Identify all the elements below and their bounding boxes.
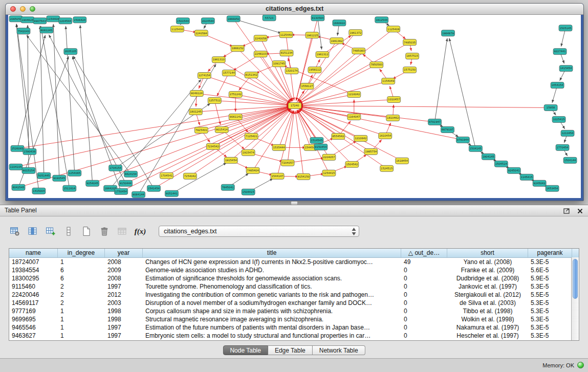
tab-edge-table[interactable]: Edge Table bbox=[268, 345, 313, 355]
tab-network-table[interactable]: Network Table bbox=[313, 345, 365, 355]
graph-node[interactable]: 7645041 bbox=[221, 184, 234, 190]
graph-node[interactable]: 1204544 bbox=[59, 18, 72, 24]
graph-node[interactable]: 2635105 bbox=[64, 49, 77, 55]
new-table-icon[interactable] bbox=[80, 225, 93, 238]
graph-node[interactable]: 7254042 bbox=[183, 173, 197, 179]
graph-node[interactable]: 1505145 bbox=[559, 25, 572, 31]
graph-node[interactable]: 1254415 bbox=[322, 170, 336, 176]
memory-indicator-icon[interactable] bbox=[577, 362, 584, 368]
graph-node[interactable]: 1154404 bbox=[47, 16, 60, 22]
graph-node[interactable]: 8151234 bbox=[280, 50, 293, 56]
graph-node[interactable]: 1511614 bbox=[63, 185, 76, 191]
table-row[interactable]: 977716911998Corpus callosum shape and si… bbox=[9, 307, 571, 315]
graph-node[interactable]: 1504514 bbox=[494, 161, 508, 167]
graph-node[interactable]: 1216042 bbox=[347, 92, 361, 98]
table-row[interactable]: 1456911722003Disruption of a novel membe… bbox=[9, 299, 571, 307]
graph-node[interactable]: 1915474 bbox=[242, 149, 255, 156]
graph-node[interactable]: 1964879 bbox=[441, 30, 454, 36]
graph-node[interactable]: 1210642 bbox=[354, 135, 367, 141]
table-select-combobox[interactable]: citations_edges.txt bbox=[159, 226, 359, 237]
column-header-title[interactable]: title bbox=[143, 249, 401, 257]
graph-node[interactable]: 9084144 bbox=[132, 191, 145, 198]
graph-node[interactable]: 1915454 bbox=[224, 157, 237, 163]
graph-node[interactable]: 1904624 bbox=[21, 17, 34, 23]
graph-node[interactable]: 2751242 bbox=[229, 92, 242, 98]
graph-node[interactable]: 1254065 bbox=[68, 170, 81, 176]
graph-node[interactable]: 1524515 bbox=[380, 165, 394, 171]
graph-node[interactable]: 1210454 bbox=[561, 130, 574, 136]
float-panel-icon[interactable] bbox=[563, 207, 570, 216]
graph-node[interactable]: 9791944 bbox=[456, 137, 469, 143]
graph-node[interactable]: 9190545 bbox=[53, 175, 66, 181]
graph-node[interactable]: 1415454 bbox=[559, 65, 573, 72]
graph-node[interactable]: 9150454 bbox=[314, 144, 328, 150]
delete-table-icon[interactable] bbox=[98, 225, 111, 238]
graph-node[interactable]: 1154049 bbox=[382, 78, 395, 84]
graph-node[interactable]: 7542043 bbox=[17, 28, 30, 34]
table-row[interactable]: 911546021997Tourette syndrome. Phenomeno… bbox=[9, 282, 571, 291]
graph-node[interactable]: 9061141 bbox=[229, 114, 242, 120]
column-header-short[interactable]: short bbox=[447, 249, 528, 257]
graph-node[interactable]: 1504415 bbox=[242, 189, 255, 195]
column-header-in_degree[interactable]: in_degree bbox=[58, 249, 105, 257]
vertical-scrollbar-thumb[interactable] bbox=[573, 259, 578, 299]
graph-node[interactable]: 1535444 bbox=[272, 144, 286, 150]
graph-node[interactable]: 1961312 bbox=[316, 52, 329, 58]
column-header-pagerank[interactable]: pagerank bbox=[528, 249, 572, 257]
graph-node[interactable]: 2065054 bbox=[9, 16, 23, 22]
graph-node[interactable]: 2204057 bbox=[322, 154, 336, 160]
graph-node[interactable]: 1320174 bbox=[285, 68, 298, 74]
vertical-scrollbar[interactable] bbox=[571, 257, 579, 340]
function-builder-icon[interactable]: f(x) bbox=[134, 225, 147, 238]
graph-node[interactable]: 8424154 bbox=[124, 171, 138, 177]
table-row[interactable]: 946362711997Embryonic stem cells: a mode… bbox=[9, 332, 571, 340]
graph-node[interactable]: 1981362 bbox=[330, 38, 343, 44]
table-mode-icon[interactable] bbox=[8, 225, 21, 238]
graph-node[interactable]: 7485083 bbox=[352, 48, 365, 54]
new-column-icon[interactable] bbox=[44, 225, 57, 238]
graph-node[interactable]: 2240584 bbox=[194, 30, 208, 36]
table-row[interactable]: 1830029562008Estimation of significance … bbox=[9, 274, 571, 282]
column-header-out_de[interactable]: △ out_de… bbox=[401, 249, 447, 257]
graph-node[interactable]: 1504144 bbox=[563, 157, 577, 163]
graph-node[interactable]: 1618454 bbox=[396, 158, 409, 164]
graph-node[interactable]: 5051445 bbox=[37, 172, 51, 179]
graph-node[interactable]: 1961310 bbox=[212, 57, 225, 63]
graph-node[interactable]: 1801245 bbox=[189, 108, 202, 115]
row-height-icon[interactable] bbox=[62, 225, 75, 238]
graph-node[interactable]: 2248103 bbox=[254, 51, 267, 57]
minimize-button[interactable] bbox=[20, 6, 26, 12]
graph-node[interactable]: 8554542 bbox=[332, 133, 345, 139]
graph-node[interactable]: 7204057 bbox=[281, 160, 294, 166]
graph-node[interactable]: 9245041 bbox=[507, 167, 520, 173]
graph-node[interactable]: 1750454 bbox=[115, 188, 128, 194]
graph-node[interactable]: 1125408 bbox=[387, 26, 400, 32]
graph-node[interactable]: 1660910 bbox=[333, 20, 346, 26]
graph-node[interactable]: 1125440 bbox=[279, 32, 293, 38]
graph-node[interactable]: 1025415 bbox=[552, 116, 565, 122]
graph-node[interactable]: 1274154 bbox=[198, 73, 211, 79]
graph-node[interactable]: 1958112 bbox=[308, 67, 321, 73]
graph-node[interactable]: 1010457 bbox=[387, 97, 401, 103]
graph-node[interactable]: 6679197 bbox=[441, 126, 454, 133]
graph-node[interactable]: 1541454 bbox=[147, 185, 161, 191]
graph-node[interactable]: 1904145 bbox=[482, 154, 495, 160]
graph-node[interactable]: 1501544 bbox=[176, 18, 189, 24]
graph-node[interactable]: 1866950 bbox=[227, 16, 240, 22]
graph-node[interactable]: 1514545 bbox=[310, 137, 323, 143]
graph-node[interactable]: 1704541 bbox=[160, 172, 173, 179]
graph-node[interactable]: 9046124 bbox=[190, 91, 203, 97]
graph-node[interactable]: 1453454 bbox=[546, 185, 559, 191]
graph-node[interactable]: 1504542 bbox=[345, 161, 359, 167]
network-view[interactable]: 1724011254402240058186615219613101274154… bbox=[8, 15, 581, 198]
column-header-year[interactable]: year bbox=[105, 249, 143, 257]
table-row[interactable]: 969969511998Structural magnetic resonanc… bbox=[9, 315, 571, 323]
graph-node[interactable]: 8130584 bbox=[311, 15, 324, 21]
graph-node[interactable]: 9015154 bbox=[22, 167, 35, 173]
graph-node[interactable]: 1866152 bbox=[231, 46, 244, 52]
tab-node-table[interactable]: Node Table bbox=[223, 345, 268, 355]
graph-node[interactable]: 1575150 bbox=[403, 67, 417, 73]
graph-node[interactable]: 7850583 bbox=[370, 62, 383, 68]
graph-node[interactable]: 9015414 bbox=[215, 126, 228, 133]
graph-node[interactable]: 9254045 bbox=[86, 180, 99, 186]
